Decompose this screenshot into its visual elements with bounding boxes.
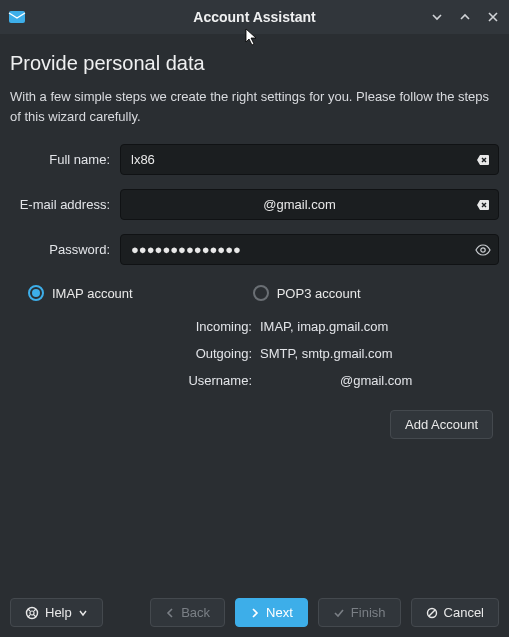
password-label: Password: — [10, 242, 120, 257]
window-controls — [429, 9, 501, 25]
chevron-left-icon — [165, 608, 175, 618]
svg-point-1 — [481, 247, 485, 251]
full-name-row: Full name: — [10, 144, 499, 175]
clear-icon[interactable] — [475, 197, 491, 213]
full-name-input[interactable] — [120, 144, 499, 175]
radio-checked-icon — [28, 285, 44, 301]
outgoing-row: Outgoing: SMTP, smtp.gmail.com — [10, 346, 499, 361]
add-account-button[interactable]: Add Account — [390, 410, 493, 439]
username-value: @gmail.com — [260, 373, 412, 388]
help-button-label: Help — [45, 605, 72, 620]
pop3-radio-label: POP3 account — [277, 286, 361, 301]
wizard-footer: Help Back Next Finish — [0, 588, 509, 637]
full-name-input-wrap — [120, 144, 499, 175]
page-heading: Provide personal data — [10, 52, 499, 75]
email-row: E-mail address: — [10, 189, 499, 220]
chevron-down-icon — [78, 608, 88, 618]
eye-icon[interactable] — [475, 242, 491, 258]
back-button[interactable]: Back — [150, 598, 225, 627]
clear-icon[interactable] — [475, 152, 491, 168]
email-label: E-mail address: — [10, 197, 120, 212]
next-button[interactable]: Next — [235, 598, 308, 627]
incoming-value: IMAP, imap.gmail.com — [260, 319, 388, 334]
help-button[interactable]: Help — [10, 598, 103, 627]
cancel-button[interactable]: Cancel — [411, 598, 499, 627]
help-icon — [25, 606, 39, 620]
password-input-wrap — [120, 234, 499, 265]
radio-unchecked-icon — [253, 285, 269, 301]
incoming-label: Incoming: — [10, 319, 260, 334]
imap-radio[interactable]: IMAP account — [28, 285, 133, 301]
chevron-right-icon — [250, 608, 260, 618]
account-type-radios: IMAP account POP3 account — [10, 285, 499, 301]
svg-rect-0 — [9, 11, 25, 23]
outgoing-value: SMTP, smtp.gmail.com — [260, 346, 393, 361]
next-button-label: Next — [266, 605, 293, 620]
email-input[interactable] — [120, 189, 499, 220]
full-name-label: Full name: — [10, 152, 120, 167]
back-button-label: Back — [181, 605, 210, 620]
add-account-row: Add Account — [10, 410, 499, 439]
password-input[interactable] — [120, 234, 499, 265]
cancel-icon — [426, 607, 438, 619]
username-row: Username: @gmail.com — [10, 373, 499, 388]
incoming-row: Incoming: IMAP, imap.gmail.com — [10, 319, 499, 334]
pop3-radio[interactable]: POP3 account — [253, 285, 361, 301]
username-label: Username: — [10, 373, 260, 388]
password-row: Password: — [10, 234, 499, 265]
outgoing-label: Outgoing: — [10, 346, 260, 361]
email-input-wrap — [120, 189, 499, 220]
finish-button[interactable]: Finish — [318, 598, 401, 627]
cancel-button-label: Cancel — [444, 605, 484, 620]
wizard-body: Provide personal data With a few simple … — [0, 34, 509, 588]
finish-button-label: Finish — [351, 605, 386, 620]
check-icon — [333, 607, 345, 619]
page-description: With a few simple steps we create the ri… — [10, 87, 499, 126]
close-icon[interactable] — [485, 9, 501, 25]
svg-point-3 — [30, 611, 34, 615]
titlebar: Account Assistant — [0, 0, 509, 34]
minimize-icon[interactable] — [429, 9, 445, 25]
imap-radio-label: IMAP account — [52, 286, 133, 301]
maximize-icon[interactable] — [457, 9, 473, 25]
server-info: Incoming: IMAP, imap.gmail.com Outgoing:… — [10, 319, 499, 400]
app-icon — [8, 8, 26, 26]
